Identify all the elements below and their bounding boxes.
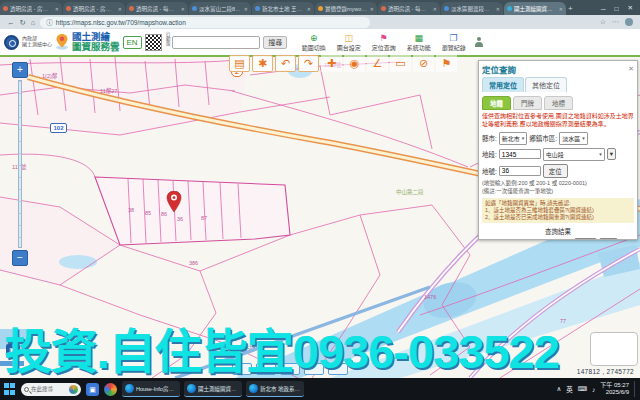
taskbar-search[interactable]: 在此搜尋 — [21, 383, 81, 396]
map-text-label: 85 — [145, 210, 151, 216]
more-menu-icon[interactable]: ⋯ — [612, 18, 619, 26]
start-button[interactable] — [4, 383, 16, 395]
url-field[interactable]: ⓘ https://maps.nlsc.gov.tw/709/mapshow.a… — [40, 17, 370, 28]
locate-query-panel: 定位查詢 ✕ 常用定位 其他定位 地籍 門牌 地標 僅供查詢相對位置參考使用,圖… — [478, 60, 638, 240]
favorite-star-icon[interactable]: ☆ — [600, 18, 606, 26]
tab-title: 淡水區關渡段地… — [451, 5, 494, 13]
site-info-icon[interactable]: ⓘ — [46, 17, 53, 27]
taskbar-app-button[interactable]: 國土測繪圖資服務雲 和其 — [184, 381, 242, 397]
tab-common-locate[interactable]: 常用定位 — [482, 77, 524, 92]
basemap-icon[interactable]: ▤ — [229, 55, 250, 72]
zoom-select-icon[interactable]: ◉ — [344, 55, 365, 72]
tray-chevron-icon[interactable]: ∧ — [556, 385, 561, 393]
warning-link-1[interactable]: 1、該土地是否為三維地籍套疊區?(圖資連結) — [485, 207, 631, 214]
ime-language-indicator[interactable]: 英 — [566, 384, 573, 394]
search-highlight-icon — [69, 385, 78, 394]
window-controls: ─ □ ✕ — [601, 4, 640, 15]
header-menu-item[interactable]: ▦系統功能 — [403, 33, 434, 52]
taskbar-app-button[interactable]: 新北市 地政系統 - 淡水 — [246, 381, 304, 397]
subtab-cadastre[interactable]: 地籍 — [482, 96, 511, 110]
section-number-input[interactable] — [499, 149, 541, 159]
locate-button[interactable]: 定位 — [543, 164, 568, 178]
language-en-button[interactable]: EN — [123, 36, 142, 49]
pinned-app-icon[interactable] — [104, 383, 117, 396]
tab-close-icon[interactable]: ✕ — [181, 6, 185, 12]
result-color-button[interactable]: 著色 — [599, 238, 618, 240]
tab-close-icon[interactable]: ✕ — [118, 6, 122, 12]
show-desktop-button[interactable] — [634, 381, 636, 397]
home-icon[interactable]: ⌂ — [31, 18, 36, 27]
touch-keyboard-icon[interactable]: ⌨ — [578, 385, 587, 393]
frame-select-icon[interactable]: ▭ — [390, 55, 411, 72]
taskbar-app-button[interactable]: House-Info房仲資訊網 — [122, 381, 180, 397]
header-search-button[interactable]: 搜尋 — [263, 36, 287, 49]
tab-close-icon[interactable]: ✕ — [559, 6, 563, 12]
result-detail-button[interactable]: 詳細... — [574, 238, 598, 240]
tab-close-icon[interactable]: ✕ — [370, 6, 374, 12]
tab-close-icon[interactable]: ✕ — [55, 6, 59, 12]
header-search-input[interactable] — [172, 36, 260, 49]
section-name-select[interactable]: 屯山段▾ — [543, 148, 605, 161]
browser-tab[interactable]: 實價登錄mywoo平…✕ — [315, 2, 377, 15]
taskbar-apps: House-Info房仲資訊網國土測繪圖資服務雲 和其新北市 地政系統 - 淡水 — [122, 381, 304, 397]
header-menu-item[interactable]: ❐瀏覽紀錄 — [438, 33, 469, 52]
pinned-app-icon[interactable]: ▣ — [86, 383, 99, 396]
browser-tab[interactable]: 透明房訊 - 房價…✕ — [63, 2, 125, 15]
tab-title: 透明房訊 - 每日… — [388, 5, 431, 13]
header-menu-item[interactable]: ⊕範圍切換 — [298, 33, 329, 52]
district-select[interactable]: 淡水區▾ — [559, 132, 588, 145]
browser-tab[interactable]: 新北市土地 王…✕ — [252, 2, 314, 15]
taskbar-clock[interactable]: 下午 05:27 2025/6/9 — [600, 382, 629, 397]
browser-tab[interactable]: 透明房訊 - 每日…✕ — [378, 2, 440, 15]
map-text-label: 38 — [128, 207, 134, 213]
panel-close-icon[interactable]: ✕ — [628, 65, 634, 73]
mark-settings-icon[interactable]: ⚑ — [436, 55, 457, 72]
header-menu-item[interactable]: ⚑定位查詢 — [368, 33, 399, 52]
parcel-number-input[interactable] — [499, 166, 541, 176]
redo-icon[interactable]: ↷ — [298, 55, 319, 72]
map-text-label: 77 — [560, 318, 566, 324]
pan-hand-icon[interactable]: ✚ — [321, 55, 342, 72]
warning-link-2[interactable]: 2、該土地是否已完成地籍圖重測?(圖資連結) — [485, 214, 631, 221]
browser-tab[interactable]: 淡水區關渡段地…✕ — [441, 2, 503, 15]
tab-close-icon[interactable]: ✕ — [496, 6, 500, 12]
map-text-label: 1(2)鄰 — [42, 72, 57, 80]
county-label: 縣市: — [482, 133, 497, 143]
subtab-address[interactable]: 門牌 — [513, 96, 542, 110]
route-badge-102: 102 — [50, 123, 67, 133]
profile-avatar[interactable] — [625, 18, 633, 26]
tab-close-icon[interactable]: ✕ — [307, 6, 311, 12]
measure-icon[interactable]: ∠ — [367, 55, 388, 72]
advertisement-watermark: 投資.自住皆宜0936-033522 — [5, 328, 559, 375]
user-account-icon[interactable] — [474, 37, 483, 47]
volume-icon[interactable]: ♪ — [592, 386, 595, 393]
tab-title: 新北市土地 王… — [262, 5, 305, 13]
undo-icon[interactable]: ↶ — [275, 55, 296, 72]
maximize-button[interactable]: □ — [615, 5, 619, 12]
zoom-slider[interactable] — [18, 80, 22, 248]
header-menu-item[interactable]: ◫圖台設定 — [333, 33, 364, 52]
tab-close-icon[interactable]: ✕ — [433, 6, 437, 12]
stamp-icon[interactable]: ✱ — [252, 55, 273, 72]
new-tab-button[interactable]: + — [568, 4, 573, 13]
browser-address-bar: ← ↻ ⌂ ⓘ https://maps.nlsc.gov.tw/709/map… — [0, 15, 640, 29]
close-button[interactable]: ✕ — [628, 4, 633, 12]
tab-favicon-icon — [444, 6, 449, 11]
browser-tab[interactable]: 淡水富山二段80…✕ — [189, 2, 251, 15]
section-list-button[interactable]: ▾ — [607, 148, 616, 160]
browser-tab[interactable]: 透明房訊 - 每日…✕ — [126, 2, 188, 15]
tab-other-locate[interactable]: 其他定位 — [525, 77, 567, 92]
county-select[interactable]: 新北市▾ — [499, 132, 528, 145]
subtab-landmark[interactable]: 地標 — [544, 96, 573, 110]
browser-tab[interactable]: 透明房訊 - 房價…✕ — [0, 2, 62, 15]
eraser-icon[interactable]: ⊘ — [413, 55, 434, 72]
reload-icon[interactable]: ↻ — [20, 18, 26, 27]
edge-browser-icon — [125, 384, 134, 393]
back-icon[interactable]: ← — [7, 18, 15, 27]
overview-map[interactable] — [590, 332, 638, 366]
browser-tab[interactable]: 國土測繪圖資服…✕ — [504, 2, 566, 15]
zoom-out-button[interactable]: − — [12, 250, 28, 266]
tab-close-icon[interactable]: ✕ — [244, 6, 248, 12]
minimize-button[interactable]: ─ — [601, 5, 606, 12]
zoom-in-button[interactable]: + — [12, 62, 28, 78]
